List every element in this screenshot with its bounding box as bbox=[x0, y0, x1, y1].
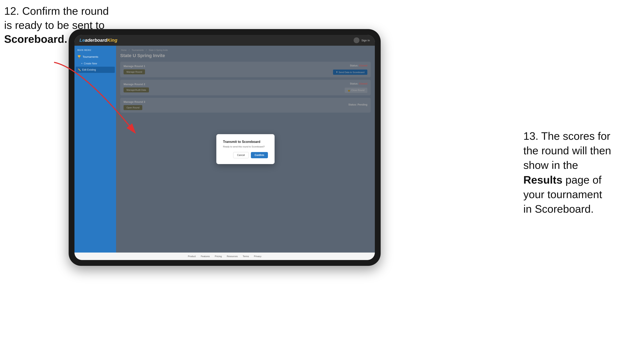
sidebar-main-menu-label: MAIN MENU bbox=[74, 49, 116, 53]
annotation-line3: Scoreboard. bbox=[4, 33, 67, 45]
annotation-right-line2: the round will then bbox=[523, 145, 611, 157]
plus-icon: + bbox=[81, 62, 82, 65]
modal-cancel-btn[interactable]: Cancel bbox=[233, 152, 249, 158]
main-area: MAIN MENU 🏆 Tournaments + Create New ✏️ … bbox=[74, 46, 375, 253]
annotation-right-line1: 13. The scores for bbox=[523, 130, 610, 142]
annotation-top: 12. Confirm the round is ready to be sen… bbox=[4, 4, 109, 46]
annotation-line1: 12. Confirm the round bbox=[4, 5, 109, 17]
annotation-right-line3: show in the bbox=[523, 159, 578, 171]
trophy-icon: 🏆 bbox=[78, 55, 81, 58]
edit-existing-label: Edit Existing bbox=[82, 68, 96, 71]
modal-title: Transmit to Scoreboard bbox=[223, 140, 268, 144]
modal-confirm-btn[interactable]: Confirm bbox=[251, 152, 268, 158]
annotation-right-line4rest: page of bbox=[562, 174, 602, 186]
tablet-screen: LeaderboardKing Sign In MAIN MENU 🏆 Tour… bbox=[74, 35, 375, 260]
edit-icon: ✏️ bbox=[78, 68, 81, 71]
footer-product[interactable]: Product bbox=[188, 255, 196, 258]
footer-features[interactable]: Features bbox=[201, 255, 210, 258]
footer-terms[interactable]: Terms bbox=[243, 255, 249, 258]
content-area: Home / Tournaments / State U Spring Invi… bbox=[116, 46, 375, 253]
modal-buttons: Cancel Confirm bbox=[223, 152, 268, 158]
sidebar-edit-existing[interactable]: ✏️ Edit Existing bbox=[76, 67, 115, 73]
app-layout: LeaderboardKing Sign In MAIN MENU 🏆 Tour… bbox=[74, 35, 375, 260]
sidebar-item-tournaments[interactable]: 🏆 Tournaments bbox=[74, 53, 116, 60]
modal-box: Transmit to Scoreboard Ready to send thi… bbox=[216, 134, 274, 164]
sidebar: MAIN MENU 🏆 Tournaments + Create New ✏️ … bbox=[74, 46, 116, 253]
sidebar-tournaments-label: Tournaments bbox=[82, 55, 98, 58]
annotation-right-results: Results bbox=[523, 174, 562, 186]
modal-overlay: Transmit to Scoreboard Ready to send thi… bbox=[116, 46, 375, 253]
annotation-right-line5: your tournament bbox=[523, 188, 602, 200]
avatar bbox=[354, 37, 360, 43]
top-nav: LeaderboardKing Sign In bbox=[74, 35, 375, 46]
sidebar-create-new[interactable]: + Create New bbox=[74, 60, 116, 67]
sign-in-link[interactable]: Sign In bbox=[362, 39, 370, 42]
top-nav-right: Sign In bbox=[354, 37, 370, 43]
create-new-label: Create New bbox=[84, 62, 97, 65]
app-footer: Product Features Pricing Resources Terms… bbox=[74, 253, 375, 260]
footer-pricing[interactable]: Pricing bbox=[215, 255, 222, 258]
tablet-frame: LeaderboardKing Sign In MAIN MENU 🏆 Tour… bbox=[69, 29, 381, 266]
footer-privacy[interactable]: Privacy bbox=[254, 255, 262, 258]
annotation-line2: is ready to be sent to bbox=[4, 19, 105, 31]
footer-resources[interactable]: Resources bbox=[227, 255, 238, 258]
annotation-right: 13. The scores for the round will then s… bbox=[523, 129, 640, 216]
annotation-right-line6: in Scoreboard. bbox=[523, 203, 594, 215]
modal-subtitle: Ready to send this round to Scoreboard? bbox=[223, 145, 268, 148]
